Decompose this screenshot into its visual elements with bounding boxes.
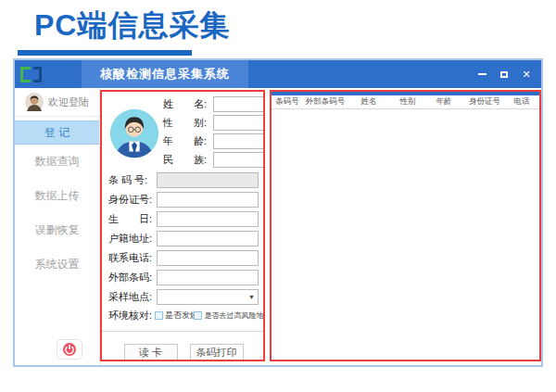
external-barcode-label: 外部条码: (108, 271, 157, 285)
sidebar-item-data-upload[interactable]: 数据上传 (15, 179, 99, 213)
close-button[interactable]: ✕ (521, 68, 532, 81)
age-input[interactable] (213, 133, 265, 149)
table-header-row: 条码号 外部条码号 姓名 性别 年龄 身份证号 电话 家庭住址 (272, 95, 539, 109)
maximize-icon (500, 71, 508, 78)
field-row-id-number: 身份证号: (108, 192, 259, 208)
records-table-panel: 条码号 外部条码号 姓名 性别 年龄 身份证号 电话 家庭住址 (270, 90, 541, 361)
high-risk-area-checkbox[interactable]: 是否去过高风险地区 (194, 310, 259, 321)
close-icon: ✕ (522, 70, 530, 80)
column-header-age[interactable]: 年龄 (425, 96, 462, 107)
barcode-input (157, 172, 259, 188)
address-input[interactable] (157, 231, 259, 247)
window-controls: ✕ (476, 60, 532, 88)
external-barcode-input[interactable] (157, 270, 259, 285)
form-divider (102, 331, 263, 332)
page-title: PC端信息采集 (34, 6, 230, 46)
name-input[interactable] (213, 96, 265, 112)
address-label: 户籍地址: (108, 232, 157, 246)
chevron-down-icon: ▼ (248, 294, 255, 300)
id-number-label: 身份证号: (108, 193, 157, 207)
age-label: 年 龄: (163, 134, 213, 148)
name-label: 姓 名: (163, 97, 213, 111)
column-header-home-address[interactable]: 家庭住址 (537, 96, 539, 107)
ethnicity-label: 民 族: (163, 153, 213, 167)
field-row-phone: 联系电话: (108, 250, 259, 266)
titlebar-tab: 核酸检测信息采集系统 (82, 60, 248, 88)
sampling-location-label: 采样地点: (108, 290, 157, 304)
window-content: 欢迎登陆 登 记 数据查询 数据上传 误删恢复 系统设置 (15, 88, 541, 365)
barcode-print-button[interactable]: 条码打印 (190, 344, 244, 360)
field-row-name: 姓 名: (163, 96, 265, 112)
sampling-location-select[interactable]: ▼ (157, 289, 259, 305)
sidebar: 欢迎登陆 登 记 数据查询 数据上传 误删恢复 系统设置 (15, 88, 100, 365)
window-title: 核酸检测信息采集系统 (100, 66, 230, 82)
field-row-address: 户籍地址: (108, 231, 259, 247)
barcode-label: 条 码 号: (108, 173, 157, 187)
app-window: 核酸检测信息采集系统 ✕ (13, 58, 543, 367)
fever-checkbox-box (155, 311, 163, 320)
power-icon (62, 342, 77, 357)
user-avatar (25, 93, 44, 111)
sidebar-item-system-settings[interactable]: 系统设置 (15, 247, 99, 282)
logo-blue-bracket-icon (33, 67, 42, 82)
column-header-id-number[interactable]: 身份证号 (462, 96, 507, 107)
id-number-input[interactable] (157, 192, 259, 208)
field-row-gender: 性 别: (163, 115, 265, 131)
fever-checkbox[interactable]: 是否发烧 (155, 310, 191, 322)
welcome-row: 欢迎登陆 (15, 88, 99, 117)
table-body (272, 109, 539, 360)
welcome-text: 欢迎登陆 (48, 95, 89, 109)
minimize-icon (478, 73, 486, 75)
minimize-button[interactable] (476, 68, 487, 81)
read-card-button[interactable]: 读 卡 (124, 344, 178, 360)
window-titlebar: 核酸检测信息采集系统 ✕ (15, 60, 541, 88)
gender-input[interactable] (213, 115, 265, 131)
birthday-input[interactable] (157, 211, 259, 227)
phone-label: 联系电话: (108, 251, 157, 265)
form-top-section: 姓 名: 性 别: 年 龄: 民 族: (108, 96, 259, 171)
field-row-age: 年 龄: (163, 133, 265, 149)
patient-avatar (108, 107, 160, 159)
high-risk-area-checkbox-box (194, 311, 202, 320)
profile-fields: 姓 名: 性 别: 年 龄: 民 族: (163, 96, 265, 171)
logo-green-bracket-icon (20, 67, 31, 82)
birthday-label: 生 日: (108, 212, 157, 226)
field-row-birthday: 生 日: (108, 211, 259, 227)
column-header-gender[interactable]: 性别 (390, 96, 425, 107)
column-header-barcode[interactable]: 条码号 (272, 96, 303, 107)
high-risk-area-checkbox-label: 是否去过高风险地区 (204, 310, 265, 321)
form-buttons: 读 卡 条码打印 保 存 单张补打 (108, 344, 259, 361)
column-header-external-barcode[interactable]: 外部条码号 (303, 96, 348, 107)
maximize-button[interactable] (499, 68, 510, 81)
sidebar-item-data-query[interactable]: 数据查询 (15, 145, 99, 179)
ethnicity-input[interactable] (213, 152, 265, 168)
column-header-phone[interactable]: 电话 (507, 96, 537, 107)
phone-input[interactable] (157, 250, 259, 266)
gender-label: 性 别: (163, 116, 213, 130)
title-underline (18, 50, 192, 56)
app-logo-icon (20, 67, 42, 82)
column-header-name[interactable]: 姓名 (348, 96, 390, 107)
sidebar-item-register[interactable]: 登 记 (15, 120, 99, 145)
registration-form-panel: 姓 名: 性 别: 年 龄: 民 族: (100, 90, 265, 361)
field-row-sampling-location: 采样地点: ▼ (108, 289, 259, 305)
sidebar-item-delete-recovery[interactable]: 误删恢复 (15, 213, 99, 247)
field-row-barcode: 条 码 号: (108, 172, 259, 188)
power-button[interactable] (57, 339, 82, 360)
field-row-external-barcode: 外部条码: (108, 270, 259, 285)
field-row-ethnicity: 民 族: (163, 152, 265, 168)
environment-check-row: 环境核对: 是否发烧 是否去过高风险地区 (108, 309, 259, 322)
environment-check-label: 环境核对: (108, 309, 152, 322)
